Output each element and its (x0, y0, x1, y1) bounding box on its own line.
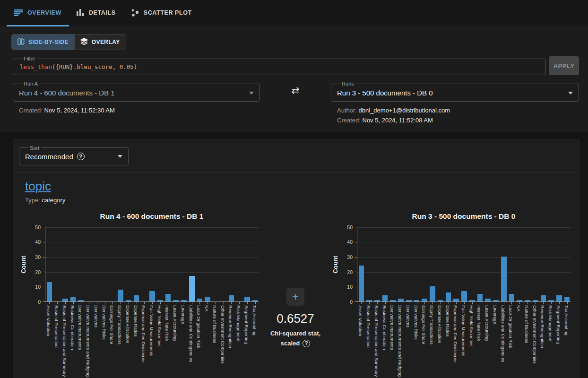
chart-a-x-labels: Asset ValuationBasis of PresentationBasi… (45, 302, 259, 378)
chart-a-y-axis: Count 01020304050 (19, 227, 45, 302)
x-tick-label: Expense and Fee Disclosure (141, 305, 146, 362)
tab-details[interactable]: DETAILS (69, 0, 123, 26)
chart-bar[interactable] (533, 300, 538, 301)
y-tick-label: 20 (35, 269, 41, 275)
run-b-select[interactable]: Runs Run 3 - 500 documents - DB 0 (331, 81, 579, 102)
x-tick-label: Interest Rate Risk (477, 305, 482, 341)
chart-bar[interactable] (205, 297, 210, 301)
charts-row: Run 4 - 600 documents - DB 1 Count 01020… (19, 212, 575, 378)
y-tick-label: 50 (35, 224, 41, 230)
chart-bar[interactable] (414, 300, 420, 301)
chart-bar[interactable] (406, 300, 412, 301)
chart-bar[interactable] (517, 300, 522, 301)
x-tick-label: Segment Reporting (556, 305, 561, 344)
x-tick-label: Other Investment Companies (220, 305, 225, 364)
chart-b-plot-area[interactable] (357, 227, 571, 302)
chart-bar[interactable] (525, 300, 530, 301)
x-tick-label: Loan Origination Risk (509, 305, 513, 348)
stat-help-icon[interactable]: ? (303, 340, 310, 347)
x-tick-label: Expense Ratios (133, 305, 138, 337)
x-tick-label: Nature of Business (524, 305, 529, 343)
chart-bar[interactable] (229, 295, 234, 301)
chart-run-a: Run 4 - 600 documents - DB 1 Count 01020… (19, 212, 260, 378)
chart-bar[interactable] (382, 295, 388, 301)
chart-a-y-axis-title: Count (20, 256, 27, 274)
chart-bar[interactable] (47, 282, 52, 301)
chart-bar[interactable] (244, 297, 250, 301)
chart-bar[interactable] (126, 300, 131, 301)
filter-input[interactable]: Filter less_than({RUN}.bleu_score, 0.05) (13, 56, 546, 75)
chart-bar[interactable] (165, 294, 171, 301)
chart-bar[interactable] (548, 300, 554, 301)
chart-bar[interactable] (469, 300, 475, 301)
chart-bar[interactable] (374, 300, 380, 301)
chart-bar[interactable] (62, 299, 68, 301)
run-b-value: Run 3 - 500 documents - DB 0 (337, 89, 433, 97)
chart-bar[interactable] (422, 299, 427, 301)
chart-bar[interactable] (189, 276, 195, 301)
x-tick-label: Fair Value Measurements (149, 305, 154, 356)
add-comparison-button[interactable]: + (286, 288, 304, 306)
gridline (45, 257, 259, 258)
sort-help-icon[interactable]: ? (77, 153, 85, 160)
chart-bar[interactable] (118, 290, 123, 301)
chart-bar[interactable] (438, 300, 443, 301)
chart-bar[interactable] (398, 299, 404, 301)
x-tick-label: Expense Allocation (437, 305, 442, 343)
gridline (357, 227, 571, 228)
x-tick-label: Leverage (181, 305, 185, 324)
x-tick-label: Derivatives Risks (102, 305, 106, 340)
chart-bar[interactable] (509, 294, 515, 301)
chart-a-plot-area[interactable] (45, 227, 259, 302)
x-tick-label: Risk Management (236, 305, 241, 342)
chart-bar[interactable] (493, 300, 499, 301)
chart-bar[interactable] (134, 295, 139, 301)
chart-bar[interactable] (359, 266, 364, 301)
layers-icon (80, 38, 88, 46)
filter-expression[interactable]: less_than({RUN}.bleu_score, 0.05) (19, 62, 540, 70)
x-tick-label: Fair Value Measurements (461, 305, 466, 356)
tab-scatter-plot[interactable]: SCATTER PLOT (123, 0, 199, 26)
chart-bar[interactable] (501, 257, 507, 301)
chart-b-y-axis-title: Count (332, 256, 339, 274)
chi-squared-caption-line1: Chi-squared stat, (270, 329, 320, 339)
chart-bar[interactable] (181, 300, 187, 301)
x-tick-label: Other Investment Companies (532, 305, 537, 364)
chart-bar[interactable] (252, 300, 258, 301)
metric-topic-link[interactable]: topic (25, 179, 51, 193)
side-by-side-button[interactable]: SIDE-BY-SIDE (12, 34, 74, 50)
chart-bar[interactable] (477, 294, 483, 301)
x-tick-label: Interest Rate Risk (165, 305, 170, 341)
chart-bar[interactable] (78, 300, 84, 301)
chart-bar[interactable] (453, 299, 459, 301)
chart-b-title: Run 3 - 500 documents - DB 0 (357, 212, 571, 221)
y-tick-label: 10 (347, 284, 353, 290)
tab-overview-label: OVERVIEW (27, 9, 61, 16)
results-panel: Sort Recommended ? topic Type: category … (13, 139, 580, 378)
overlay-button[interactable]: OVERLAY (74, 34, 126, 50)
chart-bar[interactable] (564, 297, 570, 301)
apply-button[interactable]: APPLY (549, 56, 579, 75)
chart-bar[interactable] (430, 286, 435, 301)
x-tick-label: Equity Transactions (118, 305, 122, 344)
chart-bar[interactable] (556, 295, 562, 301)
chart-bar[interactable] (173, 300, 179, 301)
filter-row: Filter less_than({RUN}.bleu_score, 0.05)… (13, 56, 579, 75)
chart-bar[interactable] (70, 297, 76, 301)
chart-bar[interactable] (446, 292, 451, 301)
x-tick-label: Revenue Recognition (540, 305, 545, 348)
chart-bar[interactable] (541, 295, 546, 301)
chart-bar[interactable] (157, 300, 163, 301)
chart-bar[interactable] (485, 299, 491, 301)
chart-bar[interactable] (366, 300, 372, 301)
run-b-created-label: Created: (337, 117, 361, 124)
run-a-select[interactable]: Run A Run 4 - 600 documents - DB 1 (13, 81, 260, 102)
chart-bar[interactable] (197, 299, 203, 301)
chart-bar[interactable] (461, 291, 467, 301)
swap-runs-button[interactable]: ⇄ (292, 86, 300, 95)
chart-bar[interactable] (390, 300, 396, 301)
sort-select[interactable]: Sort Recommended ? (19, 145, 129, 165)
chart-bar[interactable] (149, 291, 155, 301)
tab-overview[interactable]: OVERVIEW (7, 0, 69, 26)
x-tick-label: Tax Accounting (564, 305, 569, 335)
